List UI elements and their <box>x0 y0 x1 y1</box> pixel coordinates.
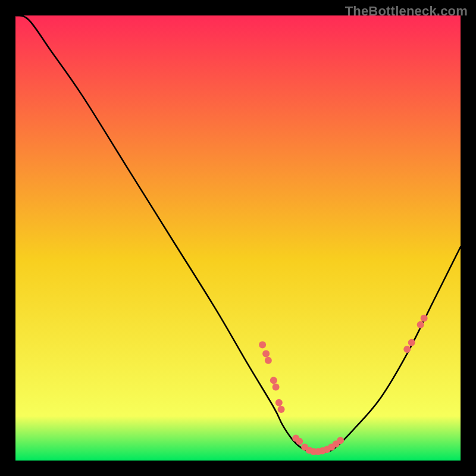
curve-dot <box>417 321 424 328</box>
curve-dot <box>337 437 344 444</box>
curve-dot <box>278 406 285 413</box>
curve-dot <box>270 377 277 384</box>
watermark-text: TheBottleneck.com <box>345 4 468 19</box>
plot-area <box>15 15 461 461</box>
gradient-background <box>15 15 461 461</box>
curve-dot <box>296 438 303 445</box>
curve-dot <box>265 357 272 364</box>
curve-dot <box>273 384 280 391</box>
bottleneck-chart <box>15 15 461 461</box>
curve-dot <box>408 339 415 346</box>
curve-dot <box>421 315 428 322</box>
chart-frame: TheBottleneck.com <box>0 0 476 476</box>
curve-dot <box>403 346 411 353</box>
curve-dot <box>262 350 270 357</box>
curve-dot <box>275 399 283 406</box>
curve-dot <box>259 342 266 349</box>
